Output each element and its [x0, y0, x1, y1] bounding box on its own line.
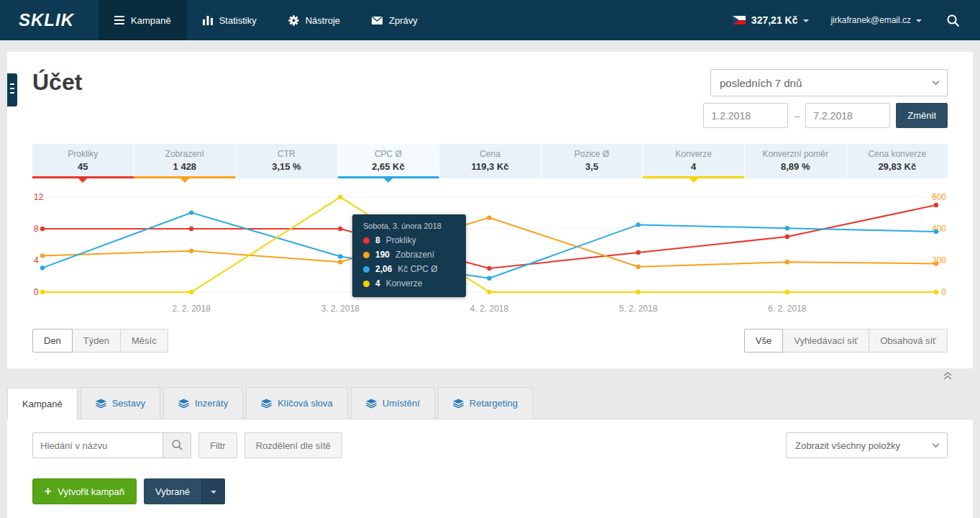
- tooltip-label: Kč CPC Ø: [398, 264, 437, 274]
- plus-icon: +: [45, 486, 51, 497]
- date-from-input[interactable]: [703, 103, 788, 128]
- metric-label: Konverzní poměr: [745, 149, 846, 159]
- nav-item-statistiky[interactable]: Statistiky: [187, 0, 273, 40]
- tab-label: Retargeting: [470, 398, 518, 409]
- tooltip-row-zobrazeni: 190Zobrazení: [363, 250, 455, 260]
- name-search-button[interactable]: [162, 432, 191, 458]
- granularity-button-mesic[interactable]: Měsíc: [120, 329, 168, 353]
- tab-label: Sestavy: [112, 398, 145, 409]
- sklik-logo[interactable]: SKLIK: [0, 0, 99, 40]
- tooltip-value: 2,06: [375, 264, 392, 274]
- caret-down-icon: [916, 19, 922, 22]
- metric-cena-konverze[interactable]: Cena konverze29,83 Kč: [847, 144, 948, 178]
- double-chevron-up-icon: [943, 371, 953, 383]
- tab-inzeraty[interactable]: Inzeráty: [163, 387, 243, 419]
- date-to-input[interactable]: [805, 103, 890, 128]
- tab-label: Umístění: [383, 398, 420, 409]
- metric-value: 1 428: [134, 161, 236, 172]
- granularity-button-tyden[interactable]: Týden: [72, 329, 121, 353]
- layers-icon: [366, 399, 377, 409]
- svg-text:0: 0: [34, 287, 39, 297]
- top-navbar: SKLIK KampaněStatistikyNástrojeZprávy 32…: [0, 0, 980, 40]
- page-body: Účet posledních 7 dnů – Změnit Prokliky4…: [0, 40, 980, 518]
- network-split-button[interactable]: Rozdělení dle sítě: [244, 432, 342, 458]
- sklik-app: SKLIK KampaněStatistikyNástrojeZprávy 32…: [0, 0, 980, 518]
- tab-retargeting[interactable]: Retargeting: [438, 387, 533, 419]
- name-search-input[interactable]: [32, 432, 163, 458]
- change-period-button[interactable]: Změnit: [896, 103, 948, 128]
- user-menu[interactable]: jirkafranek@email.cz: [830, 15, 922, 25]
- campaign-toolbar: Filtr Rozdělení dle sítě Zobrazit všechn…: [7, 419, 973, 458]
- metric-label: Pozice Ø: [541, 149, 643, 159]
- tab-klicova-slova[interactable]: Klíčová slova: [246, 387, 348, 419]
- show-items-select[interactable]: Zobrazit všechny položky: [786, 432, 948, 458]
- metric-label: Zobrazení: [134, 149, 236, 159]
- menu-icon: [114, 16, 124, 24]
- network-button-vse[interactable]: Vše: [744, 329, 783, 353]
- series-dot-icon: [363, 281, 370, 287]
- side-panel-handle[interactable]: [7, 73, 17, 106]
- filter-button[interactable]: Filtr: [198, 432, 237, 458]
- metric-label: Konverze: [643, 149, 744, 159]
- period-select[interactable]: posledních 7 dnů: [710, 69, 948, 96]
- network-button-vyhledavaci-sit[interactable]: Vyhledávací síť: [782, 329, 869, 353]
- svg-text:5. 2. 2018: 5. 2. 2018: [619, 304, 658, 314]
- series-dot-icon: [363, 237, 370, 244]
- metric-cpc[interactable]: CPC Ø2,65 Kč: [338, 144, 440, 178]
- metric-ctr[interactable]: CTR3,15 %: [236, 144, 338, 178]
- tab-label: Kampaně: [22, 399, 63, 409]
- svg-text:4. 2. 2018: 4. 2. 2018: [470, 304, 509, 314]
- selected-dropdown-button[interactable]: Vybrané: [144, 478, 225, 504]
- line-chart[interactable]: 0481202004006002. 2. 20183. 2. 20184. 2.…: [32, 191, 948, 317]
- metric-selected-notch: [180, 178, 189, 183]
- layers-icon: [178, 399, 189, 409]
- nav-item-kampane[interactable]: Kampaně: [99, 0, 187, 40]
- search-box: [32, 432, 191, 458]
- granularity-button-den[interactable]: Den: [32, 329, 73, 353]
- date-separator: –: [794, 110, 800, 122]
- selected-dropdown-label: Vybrané: [144, 478, 201, 504]
- metric-zobrazeni[interactable]: Zobrazení1 428: [134, 144, 237, 178]
- collapse-chart-button[interactable]: [943, 371, 953, 383]
- metric-pozice[interactable]: Pozice Ø3,5: [541, 144, 644, 178]
- page-title: Účet: [32, 69, 82, 132]
- nav-item-nastroje[interactable]: Nástroje: [273, 0, 356, 40]
- metric-cena[interactable]: Cena119,3 Kč: [439, 144, 541, 178]
- metric-konverze[interactable]: Konverze4: [643, 144, 745, 178]
- tab-kampane[interactable]: Kampaně: [7, 388, 78, 419]
- chart-controls: DenTýdenMěsíc VšeVyhledávací síťObsahová…: [32, 329, 948, 368]
- tab-umisteni[interactable]: Umístění: [351, 387, 435, 419]
- chart-tooltip: Sobota, 3. února 2018 8Prokliky190Zobraz…: [352, 214, 466, 297]
- mail-icon: [372, 17, 383, 24]
- svg-text:8: 8: [34, 224, 39, 234]
- caret-section: [201, 478, 225, 504]
- network-button-obsahova-sit[interactable]: Obsahová síť: [869, 329, 948, 353]
- card-header: Účet posledních 7 dnů – Změnit: [32, 69, 948, 132]
- search-icon: [946, 14, 960, 27]
- tooltip-row-kc-cpc: 2,06Kč CPC Ø: [363, 264, 455, 274]
- metric-selected-notch: [690, 178, 698, 183]
- date-range: – Změnit: [703, 103, 948, 128]
- collapse-row: [7, 368, 973, 384]
- svg-text:12: 12: [34, 192, 44, 202]
- nav-item-zpravy[interactable]: Zprávy: [356, 0, 434, 40]
- metric-prokliky[interactable]: Prokliky45: [32, 144, 134, 178]
- metric-konverzni-pomer[interactable]: Konverzní poměr8,89 %: [745, 144, 847, 178]
- nav-item-label: Kampaně: [131, 15, 171, 26]
- metric-label: CPC Ø: [338, 149, 439, 159]
- metric-value: 8,89 %: [745, 161, 846, 172]
- account-balance-menu[interactable]: 327,21 Kč: [733, 14, 810, 26]
- nav-item-label: Zprávy: [389, 15, 418, 26]
- tooltip-label: Zobrazení: [395, 250, 434, 260]
- layers-icon: [261, 399, 272, 409]
- svg-text:6. 2. 2018: 6. 2. 2018: [768, 304, 807, 314]
- create-campaign-button[interactable]: + Vytvořit kampaň: [32, 478, 137, 504]
- tab-sestavy[interactable]: Sestavy: [81, 387, 160, 419]
- show-items-select-value: Zobrazit všechny položky: [795, 440, 900, 451]
- caret-down-icon: [803, 19, 809, 22]
- stats-icon: [203, 16, 213, 25]
- search-icon: [171, 439, 183, 453]
- chevron-down-icon: [933, 78, 940, 85]
- layers-icon: [96, 399, 106, 409]
- search-button[interactable]: [943, 14, 963, 27]
